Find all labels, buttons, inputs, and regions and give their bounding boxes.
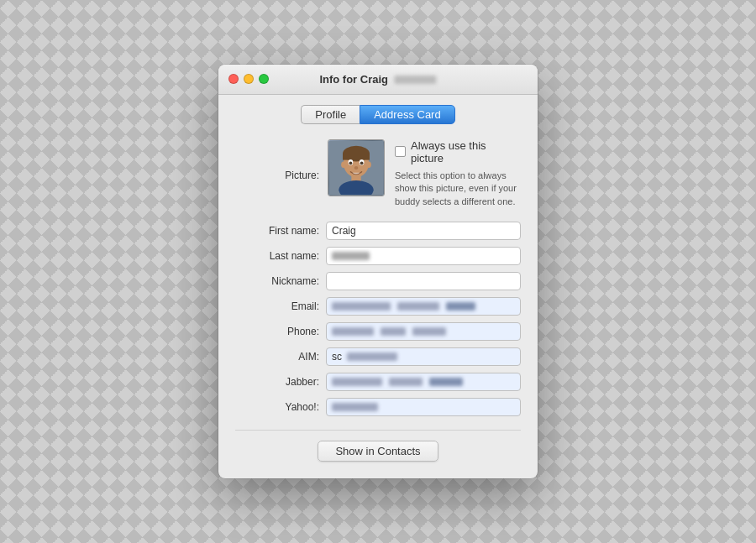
label-aim: AIM:	[235, 351, 319, 363]
face-image	[329, 141, 383, 195]
input-yahoo[interactable]	[326, 398, 521, 416]
label-phone: Phone:	[235, 326, 319, 337]
footer: Show in Contacts	[235, 430, 521, 462]
always-use-row: Always use this picture	[395, 139, 521, 164]
input-nickname[interactable]	[326, 272, 521, 290]
form-row-jabber: Jabber:	[235, 373, 521, 391]
picture-placeholder	[328, 140, 384, 196]
tab-profile[interactable]: Profile	[301, 105, 360, 124]
label-last-name: Last name:	[235, 250, 319, 262]
always-use-label: Always use this picture	[411, 139, 521, 164]
always-use-section: Always use this picture Select this opti…	[395, 139, 521, 208]
label-yahoo: Yahoo!:	[235, 401, 319, 413]
blurred-email-3	[446, 302, 475, 311]
aim-prefix: sc	[332, 351, 342, 363]
always-use-description: Select this option to always show this p…	[395, 170, 521, 208]
picture-label: Picture:	[252, 139, 319, 181]
input-phone[interactable]	[326, 322, 521, 341]
close-button[interactable]	[228, 74, 239, 84]
input-aim[interactable]: sc	[326, 347, 521, 366]
label-nickname: Nickname:	[235, 275, 319, 287]
maximize-button[interactable]	[259, 74, 269, 84]
form-row-aim: AIM: sc	[235, 347, 521, 366]
blurred-jabber-2	[389, 378, 423, 386]
svg-point-5	[366, 161, 371, 168]
picture-section: Picture:	[235, 139, 521, 208]
input-email[interactable]	[326, 297, 521, 316]
profile-picture[interactable]	[328, 139, 385, 196]
blurred-phone-2	[381, 327, 406, 336]
blurred-phone-3	[412, 327, 446, 336]
blurred-email-2	[397, 302, 439, 311]
label-first-name: First name:	[235, 225, 319, 237]
blurred-last-name	[332, 252, 370, 260]
form-row-last-name: Last name:	[235, 247, 521, 265]
form-row-email: Email:	[235, 297, 521, 316]
blurred-jabber-3	[429, 378, 463, 386]
label-email: Email:	[235, 300, 319, 312]
form-row-yahoo: Yahoo!:	[235, 398, 521, 416]
blurred-jabber-1	[332, 378, 382, 386]
form-row-first-name: First name:	[235, 222, 521, 240]
show-in-contacts-button[interactable]: Show in Contacts	[318, 441, 438, 462]
input-last-name[interactable]	[326, 247, 521, 265]
input-first-name[interactable]	[326, 222, 521, 240]
tab-address-card[interactable]: Address Card	[360, 105, 454, 124]
input-jabber[interactable]	[326, 373, 521, 391]
window-content: Profile Address Card Picture:	[218, 95, 538, 478]
svg-point-9	[360, 161, 364, 164]
label-jabber: Jabber:	[235, 376, 319, 388]
blurred-yahoo	[332, 403, 378, 411]
blurred-email-1	[332, 302, 391, 311]
always-use-checkbox[interactable]	[395, 146, 406, 157]
form-row-nickname: Nickname:	[235, 272, 521, 290]
titlebar: Info for Craig	[218, 65, 538, 95]
info-window: Info for Craig Profile Address Card Pict…	[218, 65, 538, 478]
blurred-phone-1	[332, 327, 374, 336]
svg-point-4	[341, 161, 346, 168]
title-blurred-name	[395, 76, 437, 84]
svg-point-8	[349, 161, 353, 164]
tab-bar: Profile Address Card	[235, 105, 521, 124]
form-section: First name: Last name: Nickname: Email:	[235, 222, 521, 416]
window-title: Info for Craig	[319, 73, 436, 86]
minimize-button[interactable]	[244, 74, 254, 84]
svg-rect-3	[343, 154, 370, 160]
traffic-lights	[228, 74, 269, 84]
svg-point-10	[354, 166, 359, 170]
form-row-phone: Phone:	[235, 322, 521, 341]
blurred-aim	[347, 352, 397, 361]
